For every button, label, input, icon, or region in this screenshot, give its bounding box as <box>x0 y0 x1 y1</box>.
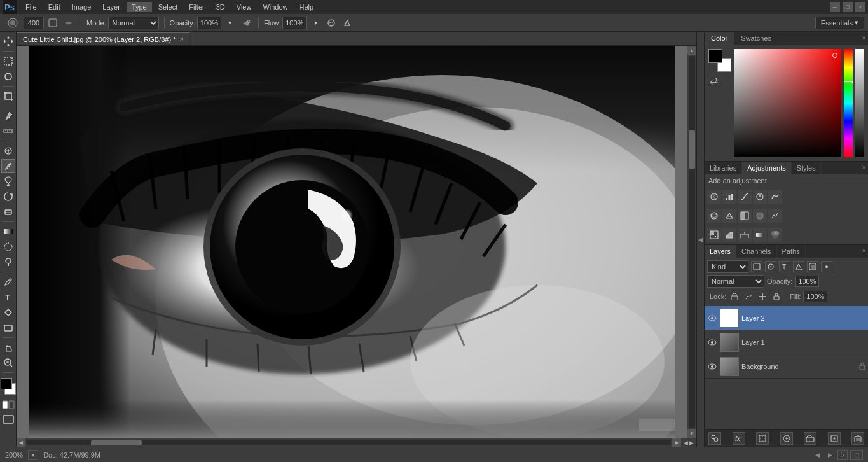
tool-lasso[interactable] <box>1 69 15 83</box>
tool-hand[interactable] <box>1 340 15 354</box>
menu-filter[interactable]: Filter <box>184 2 209 12</box>
brush-preset-btn[interactable] <box>4 16 22 30</box>
layer-mask-btn[interactable] <box>756 432 769 445</box>
fx-btn[interactable]: fx <box>837 450 848 460</box>
opacity-arrow[interactable]: ▾ <box>223 16 237 30</box>
maximize-btn[interactable]: □ <box>843 2 853 12</box>
layer-filter-adj[interactable] <box>765 261 776 272</box>
airbrush-btn[interactable] <box>239 16 253 30</box>
h-scroll-thumb[interactable] <box>91 440 142 445</box>
tool-stamp[interactable] <box>1 174 15 188</box>
nav-right-btn[interactable]: ▶ <box>689 440 694 446</box>
posterize-btn[interactable] <box>722 228 736 242</box>
tool-eraser[interactable] <box>1 205 15 219</box>
lock-transparent-btn[interactable] <box>729 291 740 302</box>
menu-select[interactable]: Select <box>153 2 183 12</box>
levels-btn[interactable] <box>722 190 736 204</box>
layer-kind-select[interactable]: Kind <box>707 260 748 273</box>
huesat-btn[interactable] <box>707 209 721 223</box>
status-nav-right[interactable]: ▶ <box>825 450 835 460</box>
menu-type[interactable]: Type <box>127 2 152 12</box>
scroll-down-btn[interactable]: ▼ <box>687 429 696 438</box>
workspace-btn[interactable]: Essentials ▾ <box>815 17 864 29</box>
exposure-btn[interactable] <box>753 190 767 204</box>
menu-edit[interactable]: Edit <box>43 2 65 12</box>
swatches-tab[interactable]: Swatches <box>734 32 778 45</box>
layer-filter-shape[interactable] <box>793 261 804 272</box>
adj-panel-expand[interactable]: » <box>860 162 868 174</box>
layer-fx-btn[interactable]: fx <box>733 432 745 445</box>
tab-close-btn[interactable]: × <box>179 36 183 43</box>
scroll-thumb[interactable] <box>689 130 695 169</box>
scroll-right-btn[interactable]: ▶ <box>672 438 681 447</box>
layer-item-layer1[interactable]: Layer 1 <box>705 330 868 354</box>
threshold-btn[interactable] <box>738 228 752 242</box>
vertical-scrollbar[interactable]: ▲ ▼ <box>687 46 696 438</box>
fill-value-input[interactable]: 100% <box>803 291 827 302</box>
layer-group-btn[interactable] <box>804 432 816 445</box>
layer-filter-pixel[interactable] <box>751 261 762 272</box>
menu-view[interactable]: View <box>231 2 257 12</box>
tool-healing[interactable] <box>1 144 15 158</box>
tool-shape[interactable] <box>1 321 15 335</box>
blend-mode-select[interactable]: Normal <box>707 275 764 288</box>
selectcolor-btn[interactable] <box>768 228 782 242</box>
layer-adj-btn[interactable] <box>780 432 793 445</box>
opacity-value-input[interactable]: 100% <box>795 276 819 287</box>
flow-toggle-2[interactable] <box>340 16 354 30</box>
close-btn[interactable]: × <box>855 2 865 12</box>
nav-left-btn[interactable]: ◀ <box>684 440 688 446</box>
tool-eyedropper[interactable] <box>1 109 15 123</box>
styles-tab[interactable]: Styles <box>792 162 822 174</box>
tool-brush[interactable] <box>1 159 15 173</box>
layer-eye-background[interactable] <box>707 361 717 372</box>
zoom-info-btn[interactable]: ▾ <box>28 450 38 460</box>
scroll-up-btn[interactable]: ▲ <box>687 46 696 55</box>
h-scroll-track[interactable] <box>27 440 671 445</box>
menu-window[interactable]: Window <box>258 2 293 12</box>
invert-btn[interactable] <box>707 228 721 242</box>
layer-eye-layer2[interactable] <box>707 313 717 323</box>
layer-filter-on[interactable]: ● <box>821 261 832 272</box>
channelmixer-btn[interactable] <box>768 209 782 223</box>
brush-size-input[interactable]: 400 <box>24 17 44 29</box>
color-selector[interactable] <box>0 378 17 395</box>
lock-all-btn[interactable] <box>771 291 782 302</box>
menu-image[interactable]: Image <box>67 2 97 12</box>
hue-slider[interactable] <box>844 49 853 157</box>
horizontal-scrollbar[interactable]: ◀ ▶ ◀ ▶ <box>17 438 696 447</box>
tool-select-rect[interactable] <box>1 54 15 68</box>
channels-tab[interactable]: Channels <box>736 245 776 258</box>
brush-toggle-2[interactable] <box>62 16 76 30</box>
swap-colors-btn[interactable]: ⇄ <box>708 74 718 87</box>
menu-3d[interactable]: 3D <box>211 2 230 12</box>
tool-crop[interactable] <box>1 89 15 103</box>
delete-layer-btn[interactable] <box>851 432 864 445</box>
fg-color-box[interactable] <box>708 49 722 63</box>
canvas-container[interactable] <box>17 46 687 438</box>
minimize-btn[interactable]: ─ <box>830 2 840 12</box>
tool-blur[interactable] <box>1 240 15 254</box>
lock-position-btn[interactable] <box>757 291 768 302</box>
vibrance-btn[interactable] <box>768 190 782 204</box>
color-tab[interactable]: Color <box>705 32 734 45</box>
brush-toggle-1[interactable] <box>46 16 60 30</box>
lock-pixels-btn[interactable] <box>743 291 754 302</box>
tool-move[interactable] <box>1 34 15 48</box>
bw-btn[interactable] <box>738 209 752 223</box>
tool-history[interactable] <box>1 190 15 204</box>
menu-file[interactable]: File <box>20 2 42 12</box>
curves-btn[interactable] <box>738 190 752 204</box>
layer-item-layer2[interactable]: Layer 2 <box>705 306 868 330</box>
paths-tab[interactable]: Paths <box>777 245 806 258</box>
gradmap-btn[interactable] <box>753 228 767 242</box>
layers-panel-expand[interactable]: » <box>860 245 868 258</box>
status-mask-btn[interactable]: ⬚ <box>850 450 863 460</box>
mode-select[interactable]: Normal <box>108 17 159 29</box>
tool-pen[interactable] <box>1 275 15 289</box>
flow-input[interactable] <box>282 17 307 29</box>
menu-layer[interactable]: Layer <box>97 2 125 12</box>
brightness-btn[interactable] <box>707 190 721 204</box>
flow-toggle[interactable] <box>324 16 338 30</box>
scroll-track[interactable] <box>689 56 695 428</box>
